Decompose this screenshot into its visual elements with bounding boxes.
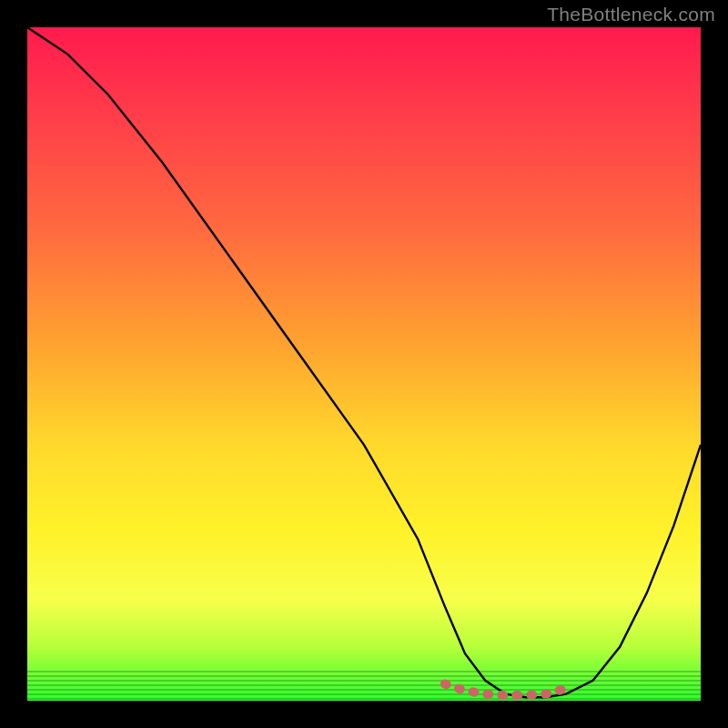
chart-frame: TheBottleneck.com (0, 0, 728, 728)
baseline-stripes (27, 668, 701, 701)
plot-background (27, 27, 701, 701)
watermark-text: TheBottleneck.com (547, 4, 715, 25)
